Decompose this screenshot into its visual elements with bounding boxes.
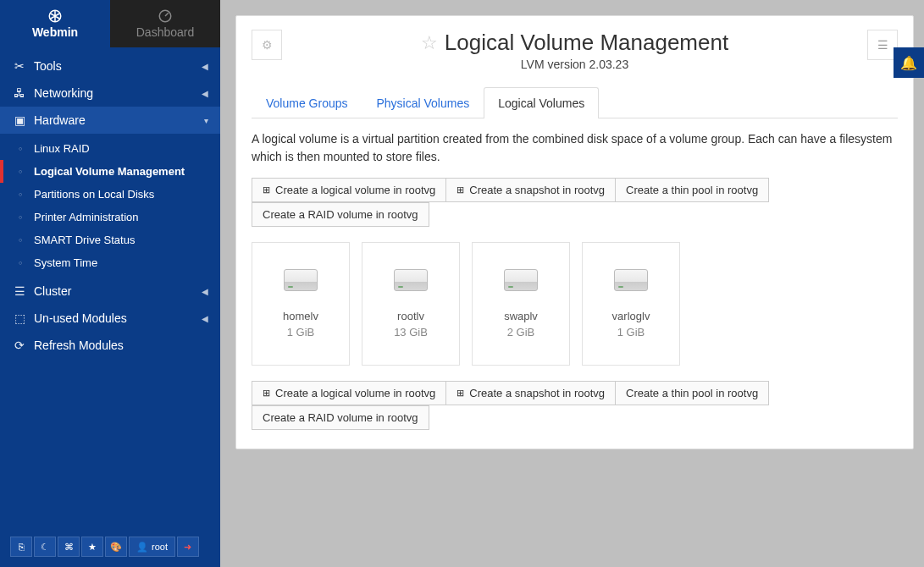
volume-card[interactable]: swaplv 2 GiB: [472, 242, 570, 366]
action-label: Create a RAID volume in rootvg: [263, 208, 418, 221]
tab-physical-volumes[interactable]: Physical Volumes: [362, 87, 484, 118]
volume-name: rootlv: [397, 310, 424, 322]
settings-button[interactable]: ⚙: [252, 30, 282, 60]
chevron-left-icon: ◀: [202, 62, 208, 71]
night-mode-button[interactable]: ☾: [34, 537, 56, 557]
volume-size: 1 GiB: [617, 326, 645, 339]
volume-size: 1 GiB: [287, 326, 315, 339]
create-lv-button[interactable]: ⊞Create a logical volume in rootvg: [252, 178, 446, 202]
create-thinpool-button[interactable]: Create a thin pool in rootvg: [615, 381, 769, 405]
sidebar-nav: ✂ Tools ◀ 🖧 Networking ◀ ▣ Hardware ▾ Li…: [0, 47, 220, 530]
sidebar-item-partitions[interactable]: Partitions on Local Disks: [24, 183, 220, 206]
sidebar-item-refresh[interactable]: ⟳ Refresh Modules: [0, 332, 220, 359]
action-row-top: ⊞Create a logical volume in rootvg ⊞Crea…: [252, 178, 898, 227]
theme-button[interactable]: 🎨: [105, 537, 127, 557]
action-label: Create a snapshot in rootvg: [469, 184, 605, 196]
volume-size: 13 GiB: [394, 326, 428, 339]
volume-size: 2 GiB: [507, 326, 535, 339]
create-raid-button[interactable]: Create a RAID volume in rootvg: [252, 202, 429, 227]
sidebar-item-smart[interactable]: SMART Drive Status: [24, 228, 220, 251]
volume-name: varloglv: [612, 310, 650, 322]
logout-icon: ➜: [184, 542, 191, 553]
sidebar-item-system-time[interactable]: System Time: [24, 251, 220, 274]
columns-icon: ⎘: [19, 542, 25, 552]
sidebar-item-printer[interactable]: Printer Administration: [24, 206, 220, 228]
sidebar-item-linux-raid[interactable]: Linux RAID: [24, 137, 220, 160]
sidebar-item-label: Refresh Modules: [34, 339, 124, 352]
action-label: Create a logical volume in rootvg: [275, 387, 435, 399]
tab-volume-groups[interactable]: Volume Groups: [252, 87, 362, 118]
action-label: Create a RAID volume in rootvg: [263, 411, 418, 424]
action-row-bottom: ⊞Create a logical volume in rootvg ⊞Crea…: [252, 381, 898, 430]
sidebar-item-networking[interactable]: 🖧 Networking ◀: [0, 80, 220, 107]
favorites-button[interactable]: ★: [81, 537, 103, 557]
drive-icon: [504, 269, 538, 291]
create-snapshot-button[interactable]: ⊞Create a snapshot in rootvg: [445, 381, 616, 405]
gear-icon: ⚙: [262, 38, 273, 52]
tab-logical-volumes[interactable]: Logical Volumes: [484, 87, 599, 118]
logout-button[interactable]: ➜: [177, 537, 199, 557]
drive-icon: [614, 269, 648, 291]
volume-name: homelv: [283, 310, 318, 322]
moon-icon: ☾: [41, 542, 49, 553]
sidebar-item-unused[interactable]: ⬚ Un-used Modules ◀: [0, 305, 220, 332]
tab-dashboard-label: Dashboard: [136, 25, 195, 39]
notifications-button[interactable]: 🔔: [894, 47, 924, 78]
sidebar-item-label: Linux RAID: [34, 142, 90, 155]
palette-icon: 🎨: [110, 542, 122, 553]
plus-icon: ⊞: [456, 388, 464, 399]
dashboard-icon: [158, 8, 173, 24]
sidebar-item-cluster[interactable]: ☰ Cluster ◀: [0, 278, 220, 305]
action-label: Create a logical volume in rootvg: [275, 184, 435, 196]
tab-label: Physical Volumes: [377, 96, 470, 110]
create-lv-button[interactable]: ⊞Create a logical volume in rootvg: [252, 381, 446, 405]
main-content: ⚙ ☰ ☆ Logical Volume Management LVM vers…: [222, 0, 924, 567]
sidebar-item-label: Networking: [34, 86, 93, 100]
user-button[interactable]: 👤 root: [129, 537, 175, 557]
sidebar-item-label: Logical Volume Management: [34, 165, 185, 178]
volume-card[interactable]: varloglv 1 GiB: [582, 242, 680, 366]
sidebar-item-lvm[interactable]: Logical Volume Management: [24, 160, 220, 183]
star-icon: ★: [88, 542, 97, 553]
hardware-icon: ▣: [12, 113, 27, 127]
tab-label: Volume Groups: [266, 96, 348, 110]
sidebar-item-label: System Time: [34, 256, 97, 269]
sidebar-item-label: Hardware: [34, 113, 86, 127]
create-snapshot-button[interactable]: ⊞Create a snapshot in rootvg: [445, 178, 616, 202]
tools-icon: ✂: [12, 59, 27, 73]
volume-card[interactable]: rootlv 13 GiB: [362, 242, 460, 366]
content-tabs: Volume Groups Physical Volumes Logical V…: [252, 86, 898, 118]
action-label: Create a thin pool in rootvg: [626, 387, 758, 399]
content-panel: ⚙ ☰ ☆ Logical Volume Management LVM vers…: [235, 15, 914, 449]
panel-header: ⚙ ☰ ☆ Logical Volume Management LVM vers…: [252, 30, 898, 71]
page-title: Logical Volume Management: [445, 30, 728, 56]
plus-icon: ⊞: [263, 388, 270, 399]
plus-icon: ⊞: [456, 184, 464, 195]
chevron-left-icon: ◀: [202, 287, 208, 296]
volume-name: swaplv: [504, 310, 538, 322]
sidebar-item-label: Cluster: [34, 284, 71, 298]
cluster-icon: ☰: [12, 284, 27, 298]
sidebar-item-label: Printer Administration: [34, 211, 139, 223]
action-label: Create a thin pool in rootvg: [626, 184, 758, 196]
sidebar-item-hardware[interactable]: ▣ Hardware ▾: [0, 107, 220, 134]
create-thinpool-button[interactable]: Create a thin pool in rootvg: [615, 178, 769, 202]
hardware-submenu: Linux RAID Logical Volume Management Par…: [0, 134, 220, 278]
page-subtitle: LVM version 2.03.23: [252, 58, 898, 71]
terminal-button[interactable]: ⌘: [58, 537, 80, 557]
toggle-sidebar-button[interactable]: ⎘: [10, 537, 32, 557]
tab-webmin[interactable]: Webmin: [0, 0, 110, 47]
volume-cards: homelv 1 GiB rootlv 13 GiB swaplv 2 GiB …: [252, 242, 898, 366]
sidebar-item-tools[interactable]: ✂ Tools ◀: [0, 52, 220, 80]
networking-icon: 🖧: [12, 86, 27, 100]
drive-icon: [394, 269, 428, 291]
tab-dashboard[interactable]: Dashboard: [110, 0, 220, 47]
create-raid-button[interactable]: Create a RAID volume in rootvg: [252, 405, 429, 430]
puzzle-icon: ⬚: [12, 311, 27, 325]
volume-card[interactable]: homelv 1 GiB: [252, 242, 350, 366]
sidebar-tabs: Webmin Dashboard: [0, 0, 220, 47]
tab-description: A logical volume is a virtual partition …: [252, 130, 898, 166]
action-label: Create a snapshot in rootvg: [469, 387, 605, 399]
chevron-left-icon: ◀: [202, 314, 208, 323]
favorite-star-icon[interactable]: ☆: [421, 32, 438, 54]
